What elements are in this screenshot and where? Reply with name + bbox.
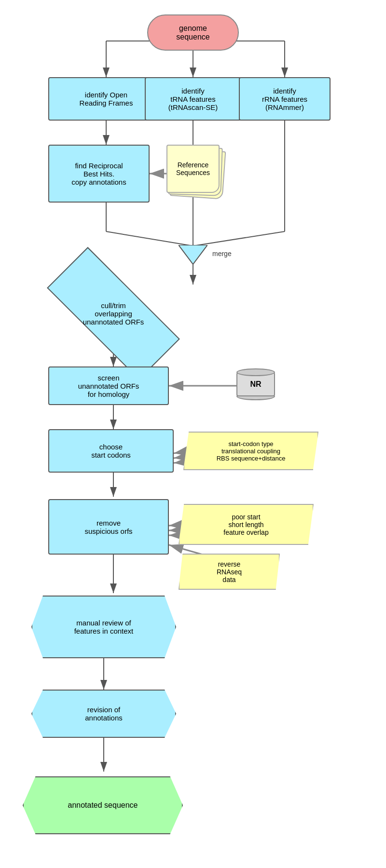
merge-funnel bbox=[179, 245, 207, 264]
choose-start-node: choose start codons bbox=[48, 429, 174, 473]
start-codon-factors-node: start-codon type translational coupling … bbox=[183, 432, 318, 470]
poor-start-node: poor start short length feature overlap bbox=[179, 504, 314, 545]
merge-label: merge bbox=[212, 250, 232, 258]
annotated-sequence-node: annotated sequence bbox=[23, 776, 183, 834]
svg-line-17 bbox=[193, 231, 285, 246]
cull-trim-label: cull/trim overlapping unannotated ORFs bbox=[83, 301, 144, 326]
annotated-sequence-label: annotated sequence bbox=[68, 801, 138, 810]
genome-sequence-label: genome sequence bbox=[176, 24, 209, 41]
svg-marker-33 bbox=[179, 245, 207, 264]
reference-sequences-label: Reference Sequences bbox=[176, 161, 210, 176]
identify-trna-node: identify tRNA features (tRNAscan-SE) bbox=[145, 77, 241, 121]
remove-suspicious-node: remove suspicious orfs bbox=[48, 499, 169, 555]
poor-start-label: poor start short length feature overlap bbox=[223, 513, 268, 536]
nr-label: NR bbox=[250, 380, 261, 389]
flowchart-diagram: genome sequence identify Open Reading Fr… bbox=[0, 0, 386, 868]
find-rbh-node: find Reciprocal Best Hits. copy annotati… bbox=[48, 145, 150, 203]
find-rbh-label: find Reciprocal Best Hits. copy annotati… bbox=[71, 162, 126, 186]
identify-orf-label: identify Open Reading Frames bbox=[80, 91, 133, 107]
genome-sequence-node: genome sequence bbox=[147, 14, 239, 51]
identify-rrna-node: identify rRNA features (RNAmmer) bbox=[239, 77, 331, 121]
remove-suspicious-label: remove suspicious orfs bbox=[84, 519, 132, 535]
identify-rrna-label: identify rRNA features (RNAmmer) bbox=[262, 87, 307, 111]
manual-review-label: manual review of features in context bbox=[74, 619, 134, 635]
cull-trim-node: cull/trim overlapping unannotated ORFs bbox=[48, 285, 179, 342]
identify-trna-label: identify tRNA features (tRNAscan-SE) bbox=[168, 87, 218, 111]
revision-label: revision of annotations bbox=[85, 705, 123, 722]
start-codon-factors-label: start-codon type translational coupling … bbox=[217, 440, 286, 462]
reverse-rnaseq-label: reverse RNAseq data bbox=[217, 560, 242, 583]
screen-unannotated-node: screen unannotated ORFs for homology bbox=[48, 366, 169, 405]
choose-start-label: choose start codons bbox=[91, 443, 131, 459]
svg-line-15 bbox=[106, 231, 193, 246]
screen-unannotated-label: screen unannotated ORFs for homology bbox=[78, 374, 139, 398]
reverse-rnaseq-node: reverse RNAseq data bbox=[179, 554, 280, 590]
nr-database-node: NR bbox=[236, 367, 275, 401]
revision-node: revision of annotations bbox=[31, 690, 176, 738]
manual-review-node: manual review of features in context bbox=[31, 596, 176, 658]
reference-sequences-node: Reference Sequences bbox=[166, 145, 229, 203]
